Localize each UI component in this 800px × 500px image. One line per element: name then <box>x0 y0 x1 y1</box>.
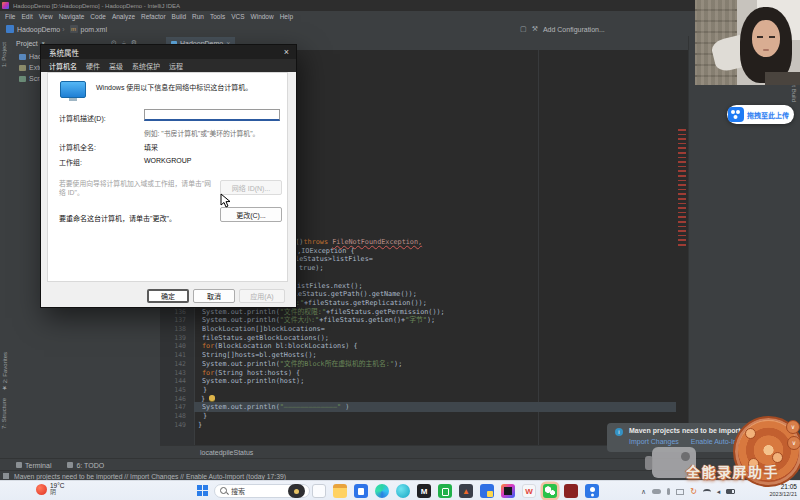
error-stripe-mark[interactable] <box>678 175 686 177</box>
wechat[interactable] <box>543 484 557 498</box>
error-stripe-mark[interactable] <box>678 216 686 218</box>
menu-navigate[interactable]: Navigate <box>56 13 88 20</box>
code-line[interactable]: 数:"+fileStatus.getReplication()); <box>289 299 427 308</box>
error-stripe-mark[interactable] <box>678 157 686 159</box>
code-line[interactable]: System.out.println(host); <box>202 377 304 386</box>
drag-upload-button[interactable]: 拖拽至此上传 <box>727 105 794 124</box>
dialog-tab-2[interactable]: 硬件 <box>86 61 100 71</box>
sync-icon[interactable]: ↻ <box>690 487 697 496</box>
code-line[interactable]: } <box>198 421 202 430</box>
recorder-collapse-icon[interactable]: ∨ <box>786 420 800 434</box>
error-stripe-mark[interactable] <box>678 189 686 191</box>
status-message[interactable]: Maven projects need to be imported // Im… <box>14 473 286 480</box>
menu-help[interactable]: Help <box>277 13 296 20</box>
code-line[interactable]: } <box>201 395 215 404</box>
code-line[interactable]: for(BlockLocation bl:blockLocations) { <box>202 342 358 351</box>
ok-button[interactable]: 确定 <box>147 289 189 303</box>
error-stripe-mark[interactable] <box>678 239 686 241</box>
error-stripe-mark[interactable] <box>678 230 686 232</box>
layout-icon[interactable]: ▢ <box>520 25 527 33</box>
error-stripe-mark[interactable] <box>678 212 686 214</box>
tool-stripe-project[interactable]: 1: Project <box>1 42 7 67</box>
code-line[interactable]: ileStatus>listFiles= <box>291 255 373 264</box>
file-explorer[interactable] <box>333 484 347 498</box>
code-line[interactable]: leStatus.getPath().getName()); <box>294 290 417 299</box>
code-line[interactable]: System.out.println("—————————————" ) <box>202 403 349 412</box>
pinned-app-green-bag[interactable] <box>438 484 452 498</box>
code-line[interactable]: true); <box>299 264 324 273</box>
tool-stripe--2-favorites[interactable]: ★ 2: Favorites <box>1 352 8 392</box>
error-stripe-mark[interactable] <box>678 161 686 163</box>
breadcrumb-file[interactable]: pom.xml <box>81 26 107 33</box>
dialog-tab-5[interactable]: 远程 <box>169 61 183 71</box>
menu-file[interactable]: File <box>2 13 18 20</box>
tool-stripe-7-structure[interactable]: 7: Structure <box>1 398 7 429</box>
dialog-tab-3[interactable]: 高级 <box>109 61 123 71</box>
code-line[interactable]: System.out.println("文件的Block所在虚拟机的主机名:")… <box>202 360 402 369</box>
mic-icon[interactable] <box>667 488 670 495</box>
code-line[interactable]: System.out.println("文件大小:"+fileStatus.ge… <box>202 316 435 325</box>
dialog-tab-1[interactable]: 计算机名 <box>49 61 77 71</box>
error-stripe-mark[interactable] <box>678 184 686 186</box>
error-stripe-mark[interactable] <box>678 180 686 182</box>
code-line[interactable]: System.out.println("文件的权限:"+fileStatus.g… <box>202 308 445 317</box>
code-line[interactable]: istFiles.next(); <box>297 282 362 291</box>
error-stripe-mark[interactable] <box>678 226 686 228</box>
tray-expand-icon[interactable]: ∧ <box>641 487 646 496</box>
code-line[interactable]: } <box>203 412 207 421</box>
breadcrumb-symbol[interactable]: locatedpileStatus <box>200 449 253 456</box>
error-stripe-mark[interactable] <box>678 143 686 145</box>
error-stripe-mark[interactable] <box>678 138 686 140</box>
window-titlebar[interactable]: HadoopDemo [D:\HadoopDemo] - HadoopDemo … <box>0 0 800 11</box>
menu-analyze[interactable]: Analyze <box>109 13 138 20</box>
close-icon[interactable]: × <box>284 45 289 59</box>
error-stripe-mark[interactable] <box>678 170 686 172</box>
matlab[interactable]: ▲ <box>459 484 473 498</box>
menu-build[interactable]: Build <box>169 13 189 20</box>
code-line[interactable]: fileStatus.getBlockLocations(); <box>202 334 329 343</box>
computer-description-input[interactable] <box>144 109 280 121</box>
start-button[interactable] <box>197 485 208 496</box>
code-line[interactable]: for(String host:hosts) { <box>202 369 300 378</box>
display-icon[interactable] <box>676 489 684 495</box>
build-hammer-icon[interactable]: ⚒ <box>532 25 538 33</box>
error-stripe-mark[interactable] <box>678 147 686 149</box>
pinned-app-blue-person[interactable] <box>585 484 599 498</box>
wps-office[interactable]: W <box>522 484 536 498</box>
recorder-collapse-icon[interactable]: ∨ <box>787 436 800 450</box>
pinned-app-dark-red[interactable] <box>564 484 578 498</box>
cloud-icon[interactable] <box>652 489 661 494</box>
pinned-app-teal[interactable] <box>396 484 410 498</box>
wifi-icon[interactable] <box>703 489 711 495</box>
dialog-titlebar[interactable]: 系统属性 × <box>41 45 296 59</box>
battery-icon[interactable] <box>726 489 735 494</box>
microsoft-store[interactable] <box>354 484 368 498</box>
error-stripe-mark[interactable] <box>678 207 686 209</box>
pinned-app-light[interactable] <box>312 484 326 498</box>
error-stripe-mark[interactable] <box>678 152 686 154</box>
tool-window-terminal[interactable]: Terminal <box>16 462 51 469</box>
intention-bulb-icon[interactable] <box>209 395 215 401</box>
add-configuration-dropdown[interactable]: Add Configuration... <box>543 26 605 33</box>
menu-window[interactable]: Window <box>248 13 277 20</box>
menu-view[interactable]: View <box>36 13 56 20</box>
error-stripe-mark[interactable] <box>678 221 686 223</box>
tool-windows-icon[interactable] <box>3 473 9 479</box>
error-stripe-mark[interactable] <box>678 198 686 200</box>
taskbar-weather-widget[interactable]: 19°C 阴 <box>36 482 65 496</box>
notification-link-1[interactable]: Import Changes <box>629 438 679 445</box>
tool-window-todo[interactable]: 6: TODO <box>67 462 104 469</box>
code-line[interactable]: on,IOException { <box>289 247 354 256</box>
pinned-app-dark-oval[interactable] <box>288 484 305 498</box>
menu-run[interactable]: Run <box>189 13 207 20</box>
error-stripe-mark[interactable] <box>678 235 686 237</box>
error-stripe-mark[interactable] <box>678 129 686 131</box>
breadcrumb-project[interactable]: HadoopDemo <box>17 26 60 33</box>
error-stripe-mark[interactable] <box>678 203 686 205</box>
code-line[interactable]: } <box>203 386 207 395</box>
cancel-button[interactable]: 取消 <box>193 289 235 303</box>
menu-edit[interactable]: Edit <box>18 13 35 20</box>
error-stripe-mark[interactable] <box>678 193 686 195</box>
error-stripe-mark[interactable] <box>678 134 686 136</box>
menu-code[interactable]: Code <box>87 13 109 20</box>
